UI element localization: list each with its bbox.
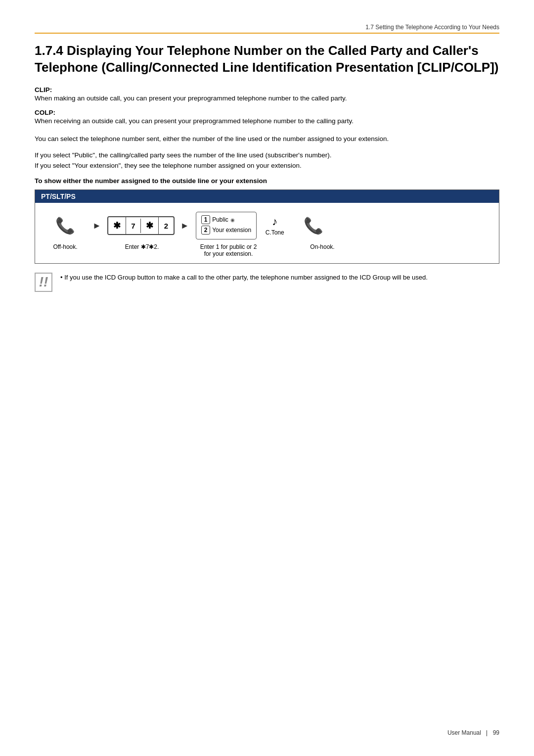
note-content: If you use the ICD Group button to make … [64,274,428,281]
arrow-2: ► [180,221,189,231]
cap-spacer-2 [177,243,196,250]
choice-row-2: 2 Your extension [201,226,251,235]
note-bullet: • [60,274,64,281]
caption-choice: Enter 1 for public or 2 for your extensi… [196,243,261,257]
tone-icon: ♪ [272,215,277,228]
cap-spacer-3 [261,243,300,250]
procedure-header: PT/SLT/PS [35,190,499,203]
ctone-block: ♪ C.Tone [266,215,284,236]
note-text: • If you use the ICD Group button to mak… [60,273,428,283]
body-text-2: If you select "Public", the calling/call… [35,150,499,171]
caption-keys: Enter ✱7✱2. [107,243,177,250]
caption-choice-text: Enter 1 for public or 2 for your extensi… [200,243,257,257]
page-title: 1.7.4 Displaying Your Telephone Number o… [35,43,499,76]
caption-keys-text: Enter ✱7✱2. [125,243,159,250]
footer-divider [487,730,487,736]
key-7: 7 [126,219,141,233]
selector-icon: ◉ [230,217,235,223]
key-star-2: ✱ [141,217,159,234]
arrow-1: ► [92,221,101,231]
caption-offhook-text: Off-hook. [53,243,77,250]
phone-onhook-icon: 📞 [304,216,323,235]
choice-num-2: 2 [201,226,210,235]
key-entry-step: ✱ 7 ✱ 2 [106,216,176,235]
procedure-content: 📞 ► ✱ 7 ✱ 2 ► 1 [35,203,499,263]
choice-num-1: 1 [201,215,210,224]
clip-section: CLIP: When making an outside call, you c… [35,86,499,104]
header-line: 1.7 Setting the Telephone According to Y… [35,24,499,31]
body-text-1: You can select the telephone number sent… [35,134,499,144]
top-rule [35,33,499,34]
colp-text: When receiving an outside call, you can … [35,117,354,125]
colp-section: COLP: When receiving an outside call, yo… [35,109,499,127]
clip-label: CLIP: [35,86,52,94]
page: 1.7 Setting the Telephone According to Y… [0,0,534,756]
cap-spacer-1 [88,243,107,250]
choice-label-public: Public [212,216,228,223]
choice-box: 1 Public ◉ 2 Your extension [196,212,257,239]
header-section: 1.7 Setting the Telephone According to Y… [365,24,499,31]
caption-onhook-text: On-hook. [310,243,334,250]
colp-label: COLP: [35,109,55,116]
key-group: ✱ 7 ✱ 2 [107,216,175,235]
caption-offhook: Off-hook. [43,243,88,250]
ctone-label: C.Tone [266,229,284,236]
procedure-box: PT/SLT/PS 📞 ► ✱ 7 ✱ 2 ► [35,189,499,264]
instruction-heading: To show either the number assigned to th… [35,177,499,185]
footer: User Manual 99 [447,729,499,736]
step-row: 📞 ► ✱ 7 ✱ 2 ► 1 [43,212,491,239]
clip-text: When making an outside call, you can pre… [35,94,347,102]
offhook-step: 📞 [43,216,88,235]
footer-label: User Manual [447,729,481,736]
choice-label-ext: Your extension [212,227,251,234]
phone-offhook-icon: 📞 [55,216,75,235]
note-icon: !! [35,273,52,292]
caption-row: Off-hook. Enter ✱7✱2. Enter 1 for public… [43,243,491,257]
footer-page: 99 [493,729,499,736]
note-box: !! • If you use the ICD Group button to … [35,273,499,292]
key-star-1: ✱ [108,217,126,234]
key-2: 2 [159,219,174,233]
caption-onhook: On-hook. [300,243,345,250]
onhook-step: 📞 [291,216,336,235]
choice-step: 1 Public ◉ 2 Your extension [194,212,259,239]
choice-row-1: 1 Public ◉ [201,215,251,224]
